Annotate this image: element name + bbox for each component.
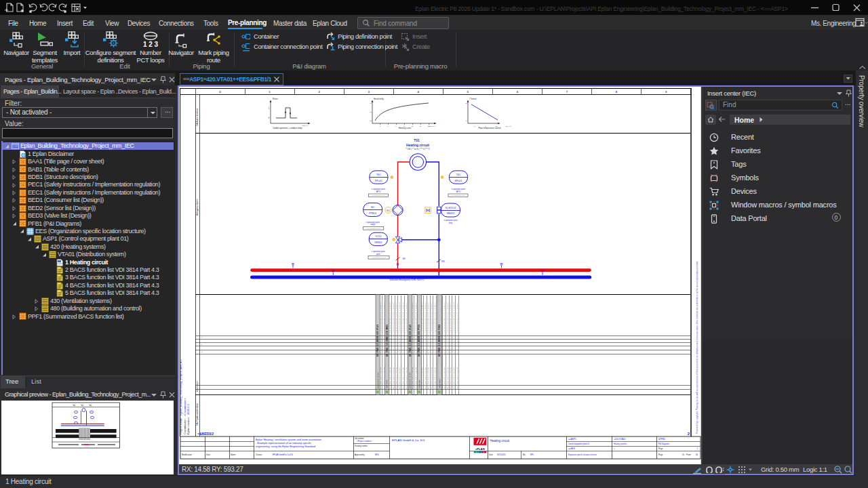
svg-text:Protected by copyright. Passin: Protected by copyright. Passing on as we… — [696, 261, 698, 434]
svg-text:Heizok kv/tlg: Heizok kv/tlg — [374, 98, 384, 100]
svg-text:** kW | ** m³/h | ***°C/***°C: ** kW | ** m³/h | ***°C/***°C — [406, 148, 431, 150]
svg-text:Statisches Heizungsnetz VL/RL: Statisches Heizungsnetz VL/RL 70/50 °C — [390, 279, 425, 281]
svg-text:Heating circuit: Heating circuit — [490, 439, 510, 443]
svg-text:Anordnungen: Anordnungen — [196, 381, 199, 392]
svg-text:420_VTA01_2LK_AGM01_GEN_VEN01: 420_VTA01_2LK_AGM01_GEN_VEN01 — [438, 324, 441, 357]
svg-text:x Sensor outside temp value 01: x Sensor outside temp value 01 AI 04 lat… — [393, 302, 394, 355]
svg-text:ePLAN: ePLAN — [475, 447, 485, 451]
svg-text:420_VTA01_FLK_UMW01_GEN_WM01: 420_VTA01_FLK_UMW01_GEN_WM01 — [386, 324, 389, 357]
svg-text:GA-Funktionalstruktur: GA-Funktionalstruktur — [196, 403, 199, 426]
svg-text:Temp. Select Frequent xxx temp: Temp. Select Frequent xxx temp — [389, 367, 391, 389]
svg-text:20: 20 — [682, 453, 685, 456]
svg-text:The message from tem: The message from tem — [366, 228, 380, 229]
svg-text:x operation point: x operation point — [372, 250, 385, 253]
svg-text:Temp. Select Frequent xxx temp: Temp. Select Frequent xxx temp — [415, 367, 416, 389]
svg-text:Heating curve: Heating curve — [399, 127, 412, 129]
svg-text:Temp. Select Frequent xxx temp: Temp. Select Frequent xxx temp — [443, 367, 445, 389]
svg-text:Time [ h ]: Time [ h ] — [429, 125, 435, 127]
svg-text:x operation point: x operation point — [444, 219, 458, 222]
svg-text:x operation point: x operation point — [366, 221, 380, 224]
svg-text:KC: KC — [387, 209, 390, 212]
svg-text:PPE01: PPE01 — [369, 212, 376, 215]
svg-text:x Sensor outside temp value 01: x Sensor outside temp value 01 AI 04 lat… — [456, 302, 458, 355]
svg-text:Name: Name — [231, 453, 236, 456]
svg-text:x Sensor outside temp value 01: x Sensor outside temp value 01 AI 04 lat… — [425, 302, 426, 355]
svg-text:Heating circuit: Heating circuit — [406, 144, 429, 147]
svg-text:x Sensor outside temp value 01: x Sensor outside temp value 01 AI 04 lat… — [434, 302, 435, 355]
svg-text:The message from tem: The message from tem — [372, 257, 386, 258]
svg-text:Ta [ °C ]: Ta [ °C ] — [506, 125, 511, 127]
svg-text:Job number: Job number — [355, 437, 364, 440]
svg-text:Temp. Select Frequent xxx temp: Temp. Select Frequent xxx temp — [434, 367, 435, 389]
svg-text:Approved by: Approved by — [355, 453, 365, 456]
svg-text:+: + — [614, 447, 615, 450]
svg-text:Date: Date — [489, 453, 493, 456]
svg-text:Pump_M1: Pump_M1 — [418, 380, 420, 388]
svg-text:T6C: T6C — [376, 174, 381, 176]
svg-text:Diablo operation + outdoor tem: Diablo operation + outdoor temp — [273, 127, 302, 129]
svg-text:Page: Page — [658, 447, 663, 450]
svg-text:Temp. Select Frequent xxx temp: Temp. Select Frequent xxx temp — [412, 367, 413, 389]
svg-text:Date: Date — [206, 453, 210, 456]
svg-text:Anlagenschema: Anlagenschema — [196, 199, 199, 216]
svg-text:Temp. Select Frequent xxx temp: Temp. Select Frequent xxx temp — [395, 367, 397, 389]
svg-text:+420.VTA01: +420.VTA01 — [614, 438, 626, 441]
svg-text:Temp. Select Frequent xxx temp: Temp. Select Frequent xxx temp — [431, 367, 432, 389]
svg-text:Temp. Select Frequent xxx temp: Temp. Select Frequent xxx temp — [447, 367, 448, 389]
svg-text:BF*U: BF*U — [456, 190, 460, 193]
svg-text:<Project number>: <Project number> — [357, 440, 372, 443]
svg-text:x Sensor outside temp value 01: x Sensor outside temp value 01 AI 04 lat… — [431, 302, 432, 355]
svg-text:KF=01: KF=01 — [455, 180, 462, 182]
svg-text:WM201: WM201 — [447, 212, 455, 215]
svg-text:Temp. Select Frequent xxx temp: Temp. Select Frequent xxx temp — [450, 367, 451, 389]
svg-text:=&BED3/2: =&BED3/2 — [197, 432, 214, 436]
svg-text:Temp. Select Frequent xxx temp: Temp. Select Frequent xxx temp — [427, 367, 429, 389]
svg-text:Eplan version:2026.0.3: Eplan version:2026.0.3 — [186, 403, 190, 434]
svg-text:Drawing number: Drawing number — [355, 445, 368, 447]
svg-text:x Sensor outside temp value 01: x Sensor outside temp value 01 AI 04 lat… — [421, 302, 422, 355]
svg-text:YC51: YC51 — [375, 235, 382, 238]
svg-text:==ASP1: ==ASP1 — [568, 438, 576, 441]
svg-text:engineering, using the Eplan E: engineering, using the Eplan Engineering… — [256, 445, 315, 448]
svg-text:x Sensor outside temp value 01: x Sensor outside temp value 01 AI 04 lat… — [450, 302, 451, 355]
svg-text:Temp. Select Frequent xxx temp: Temp. Select Frequent xxx temp — [402, 367, 403, 389]
svg-text:EPL: EPL — [530, 453, 534, 456]
svg-text:Page: Page — [658, 453, 663, 456]
svg-text:RW: RW — [441, 260, 445, 263]
svg-text:x Sensor outside temp value 01: x Sensor outside temp value 01 AI 04 lat… — [399, 302, 400, 355]
svg-text:64: 64 — [696, 453, 698, 456]
svg-text:Flow temperature control: Flow temperature control — [478, 127, 501, 129]
svg-text:x Sensor outside temp value 01: x Sensor outside temp value 01 AI 04 lat… — [427, 302, 429, 355]
svg-text:Temperature sensor: Temperature sensor — [409, 372, 411, 388]
svg-text:Temp. Select Frequent xxx temp: Temp. Select Frequent xxx temp — [393, 367, 394, 389]
svg-text:NC: NC — [371, 206, 375, 209]
svg-text:EES: EES — [375, 453, 379, 456]
svg-text:==EES: ==EES — [568, 447, 575, 450]
svg-text:GA Ausschreiben: GA Ausschreiben — [196, 108, 199, 126]
svg-text:x Sensor outside temp value 01: x Sensor outside temp value 01 AI 04 lat… — [380, 302, 381, 355]
svg-text:x Sensor outside temp value 01: x Sensor outside temp value 01 AI 04 lat… — [412, 302, 413, 355]
svg-text:&PFB1: &PFB1 — [658, 438, 665, 441]
svg-text:Temp. Select Frequent xxx temp: Temp. Select Frequent xxx temp — [453, 367, 454, 389]
svg-text:x Sensor outside temp value 01: x Sensor outside temp value 01 AI 04 lat… — [383, 302, 384, 355]
svg-text:x Sensor outside temp value 01: x Sensor outside temp value 01 AI 04 lat… — [415, 302, 416, 355]
svg-text:x Sensor outside temp value 01: x Sensor outside temp value 01 AI 04 lat… — [447, 302, 448, 355]
svg-text:P&I Diagrams: P&I Diagrams — [658, 443, 670, 445]
svg-text:1 2 3: 1 2 3 — [143, 41, 159, 48]
svg-text:Valve in/out: Valve in/out — [439, 379, 441, 388]
svg-text:x Sensor outside temp value 01: x Sensor outside temp value 01 AI 04 lat… — [443, 302, 445, 355]
svg-text:x Sensor outside temp value 01: x Sensor outside temp value 01 AI 04 lat… — [406, 302, 407, 355]
svg-text:FQ+W|TD+W: FQ+W|TD+W — [446, 207, 456, 209]
svg-text:Pulses: Pulses — [273, 98, 278, 100]
svg-text:Temperature sensor: Temperature sensor — [377, 372, 379, 388]
svg-text:Temp. Select Frequent xxx temp: Temp. Select Frequent xxx temp — [406, 367, 407, 389]
svg-text:420_VTA01_2LK_AGM01_GEN_BP+01: 420_VTA01_2LK_AGM01_GEN_BP+01 — [376, 325, 379, 357]
svg-text:T Vorlauf: T Vorlauf — [469, 98, 477, 100]
svg-text:- Example representation of an: - Example representation of an industry-… — [256, 441, 311, 445]
svg-text:The message from tem: The message from tem — [372, 195, 386, 196]
svg-text:Project name:Eplan_Building_Te: Project name:Eplan_Building_Technology_P… — [179, 359, 182, 434]
svg-text:single: single — [370, 223, 376, 226]
svg-text:open: open — [376, 253, 380, 256]
svg-text:Eplan 'Heating / ventilation s: Eplan 'Heating / ventilation system and … — [256, 438, 321, 441]
svg-text:WV: WV — [403, 258, 406, 260]
